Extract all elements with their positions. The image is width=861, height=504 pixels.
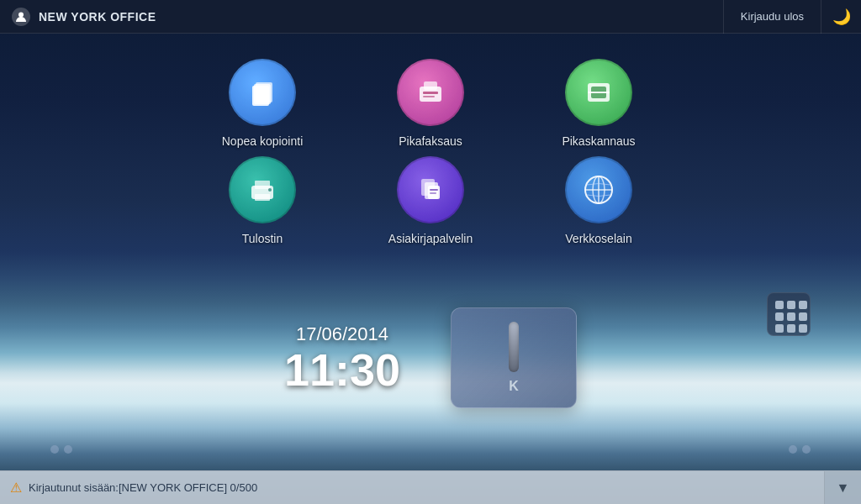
copy-icon-wrapper xyxy=(229,59,296,126)
dot-left-1 xyxy=(50,445,59,454)
apps-grid-button[interactable] xyxy=(767,292,811,336)
svg-rect-6 xyxy=(423,92,438,94)
night-mode-button[interactable]: 🌙 xyxy=(821,0,861,34)
scan-label: Pikaskannaus xyxy=(562,134,635,148)
web-label: Verkkoselain xyxy=(565,232,631,245)
doc-icon xyxy=(413,172,448,207)
dots-left xyxy=(50,445,72,454)
clock-area: 17/06/2014 11:30 xyxy=(284,323,400,392)
svg-point-14 xyxy=(268,188,272,192)
dot-right-1 xyxy=(789,445,797,454)
print-icon-wrapper xyxy=(229,156,296,223)
topbar-left: NEW YORK OFFICE xyxy=(0,8,723,26)
k-widget[interactable]: K xyxy=(451,307,577,408)
svg-rect-12 xyxy=(255,181,270,189)
scan-icon-wrapper xyxy=(565,59,632,126)
warning-icon: ⚠ xyxy=(10,480,22,496)
clock-time: 11:30 xyxy=(284,347,400,392)
svg-rect-19 xyxy=(430,192,436,194)
app-scan[interactable]: Pikaskannaus xyxy=(523,59,674,148)
app-copy[interactable]: Nopea kopiointi xyxy=(187,59,338,148)
doc-icon-wrapper xyxy=(397,156,464,223)
status-dropdown-button[interactable]: ▼ xyxy=(824,471,861,504)
dot-left-2 xyxy=(64,445,72,454)
k-label: K xyxy=(509,379,519,394)
web-icon xyxy=(581,172,616,207)
k-bar xyxy=(509,322,519,372)
scan-icon xyxy=(581,75,616,110)
dot-right-2 xyxy=(802,445,811,454)
svg-rect-3 xyxy=(254,84,271,104)
copy-icon xyxy=(246,76,279,109)
fax-icon-wrapper xyxy=(397,59,464,126)
app-web[interactable]: Verkkoselain xyxy=(523,156,674,245)
chevron-down-icon: ▼ xyxy=(837,480,850,496)
status-text: Kirjautunut sisään:[NEW YORK OFFICE] 0/5… xyxy=(29,481,257,494)
svg-point-0 xyxy=(18,12,24,17)
statusbar: ⚠ Kirjautunut sisään:[NEW YORK OFFICE] 0… xyxy=(0,470,861,504)
svg-rect-5 xyxy=(424,81,437,90)
svg-rect-10 xyxy=(588,92,610,93)
status-content: ⚠ Kirjautunut sisään:[NEW YORK OFFICE] 0… xyxy=(0,480,824,496)
office-title: NEW YORK OFFICE xyxy=(39,10,156,24)
dots-right xyxy=(789,445,811,454)
svg-rect-13 xyxy=(255,194,270,201)
app-fax[interactable]: Pikafaksaus xyxy=(355,59,506,148)
clock-date: 17/06/2014 xyxy=(284,323,400,345)
fax-icon xyxy=(413,75,448,110)
topbar-right: Kirjaudu ulos 🌙 xyxy=(723,0,861,34)
user-icon xyxy=(12,8,30,26)
web-icon-wrapper xyxy=(565,156,632,223)
print-label: Tulostin xyxy=(242,232,283,245)
app-print[interactable]: Tulostin xyxy=(187,156,338,245)
logout-button[interactable]: Kirjaudu ulos xyxy=(723,0,821,34)
doc-label: Asiakirjapalvelin xyxy=(388,232,473,245)
bottom-section: 17/06/2014 11:30 K xyxy=(50,262,811,454)
copy-label: Nopea kopiointi xyxy=(222,134,304,148)
app-doc[interactable]: Asiakirjapalvelin xyxy=(355,156,506,245)
svg-rect-7 xyxy=(423,96,435,97)
topbar: NEW YORK OFFICE Kirjaudu ulos 🌙 xyxy=(0,0,861,34)
print-icon xyxy=(245,172,280,207)
svg-rect-18 xyxy=(430,189,438,191)
main-content: Nopea kopiointi Pikafaksaus xyxy=(0,34,861,470)
app-grid: Nopea kopiointi Pikafaksaus xyxy=(187,59,674,245)
fax-label: Pikafaksaus xyxy=(399,134,462,148)
